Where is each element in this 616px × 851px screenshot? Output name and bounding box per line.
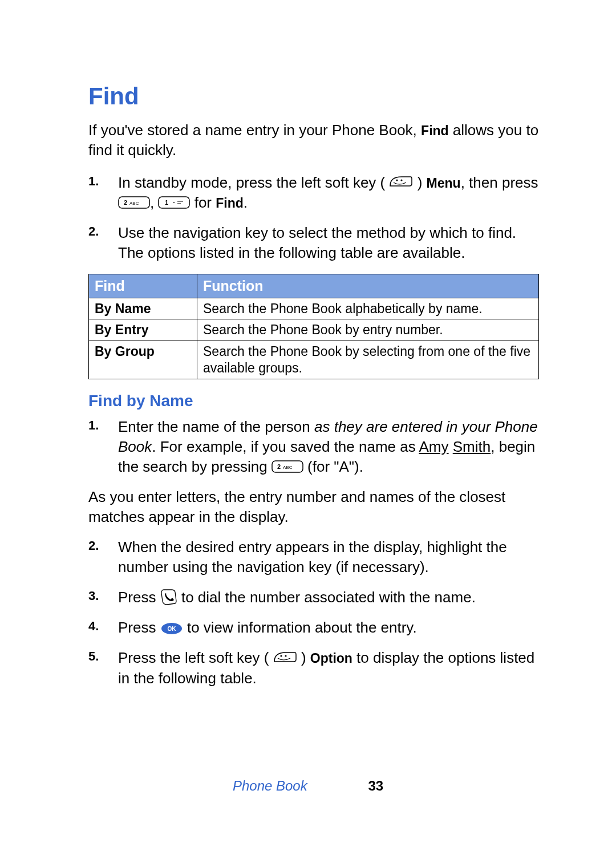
subheading-find-by-name: Find by Name — [88, 392, 539, 410]
step-text: Press — [118, 589, 160, 606]
step-text: to dial the number associated with the n… — [181, 589, 476, 606]
svg-text:ABC: ABC — [129, 201, 139, 206]
softkey-icon — [273, 650, 297, 666]
svg-point-14 — [285, 655, 286, 657]
key-2abc-icon: 2ABC — [271, 459, 303, 474]
table-cell-desc: Search the Phone Book by selecting from … — [197, 341, 539, 379]
svg-text:1: 1 — [165, 199, 168, 206]
step-text: In standby mode, press the left soft key… — [118, 174, 389, 191]
name-underline: Smith — [453, 438, 491, 455]
step-text: for — [194, 194, 216, 211]
step-text: . For example, if you saved the name as — [152, 438, 419, 455]
table-cell-label: By Group — [89, 341, 197, 379]
step-text: , — [150, 194, 158, 211]
step-2: 2. When the desired entry appears in the… — [118, 537, 539, 577]
menu-label: Menu — [427, 176, 461, 191]
intro-part1: If you've stored a name entry in your Ph… — [88, 121, 421, 139]
step-text: (for "A"). — [307, 458, 363, 475]
step-2: 2. Use the navigation key to select the … — [118, 223, 539, 263]
find-table: Find Function By Name Search the Phone B… — [88, 274, 539, 379]
call-key-icon — [160, 589, 177, 606]
step-4: 4. Press OK to view information about th… — [118, 618, 539, 638]
svg-text:2: 2 — [124, 199, 127, 206]
key-2abc-icon: 2ABC — [118, 195, 150, 210]
table-cell-desc: Search the Phone Book by entry number. — [197, 319, 539, 341]
space — [449, 438, 453, 455]
intro-text: If you've stored a name entry in your Ph… — [88, 120, 539, 160]
svg-text:OK: OK — [167, 626, 176, 632]
step-num: 3. — [88, 587, 99, 605]
ok-key-icon: OK — [160, 621, 183, 634]
key-1-icon: 1 — [158, 195, 190, 210]
step-text: Enter the name of the person — [118, 418, 314, 435]
name-underline: Amy — [419, 438, 449, 455]
svg-point-7 — [173, 202, 175, 203]
table-header-find: Find — [89, 274, 197, 298]
step-num: 2. — [88, 537, 99, 554]
svg-text:2: 2 — [277, 463, 281, 470]
step-1: 1. Enter the name of the person as they … — [118, 417, 539, 477]
step-text: ) — [301, 649, 310, 666]
table-row: By Entry Search the Phone Book by entry … — [89, 319, 539, 341]
table-cell-desc: Search the Phone Book alphabetically by … — [197, 298, 539, 319]
table-row: By Name Search the Phone Book alphabetic… — [89, 298, 539, 319]
steps-list-3: 2. When the desired entry appears in the… — [88, 537, 539, 688]
step-num: 2. — [88, 223, 99, 240]
step-num: 5. — [88, 648, 99, 665]
step-text: Press — [118, 619, 160, 636]
step-text: Press the left soft key ( — [118, 649, 273, 666]
step-text: When the desired entry appears in the di… — [118, 538, 507, 576]
page-footer: Phone Book 33 — [0, 778, 616, 794]
table-header-function: Function — [197, 274, 539, 298]
svg-text:ABC: ABC — [283, 465, 293, 470]
step-text: Use the navigation key to select the met… — [118, 224, 516, 261]
step-5: 5. Press the left soft key ( ) Option to… — [118, 648, 539, 688]
option-label: Option — [310, 651, 352, 666]
svg-point-1 — [401, 180, 403, 181]
table-cell-label: By Entry — [89, 319, 197, 341]
find-label: Find — [216, 196, 244, 210]
table-row: By Group Search the Phone Book by select… — [89, 341, 539, 379]
svg-point-0 — [396, 180, 398, 181]
step-text: to view information about the entry. — [187, 619, 417, 636]
svg-point-13 — [280, 655, 282, 657]
footer-page-number: 33 — [368, 778, 383, 793]
table-header-row: Find Function — [89, 274, 539, 298]
step-text: . — [244, 194, 248, 211]
step-3: 3. Press to dial the number associated w… — [118, 587, 539, 607]
step-text: , then press — [461, 174, 538, 191]
footer-section: Phone Book — [233, 778, 307, 793]
step-text: ) — [418, 174, 427, 191]
softkey-icon — [389, 175, 413, 191]
table-cell-label: By Name — [89, 298, 197, 319]
intro-bold: Find — [421, 123, 449, 138]
step-num: 1. — [88, 417, 99, 434]
step-num: 4. — [88, 618, 99, 635]
steps-list-1: 1. In standby mode, press the left soft … — [88, 173, 539, 263]
steps-list-2: 1. Enter the name of the person as they … — [88, 417, 539, 477]
page-title: Find — [88, 83, 539, 110]
step-1: 1. In standby mode, press the left soft … — [118, 173, 539, 213]
mid-paragraph: As you enter letters, the entry number a… — [88, 487, 539, 527]
step-num: 1. — [88, 173, 99, 190]
